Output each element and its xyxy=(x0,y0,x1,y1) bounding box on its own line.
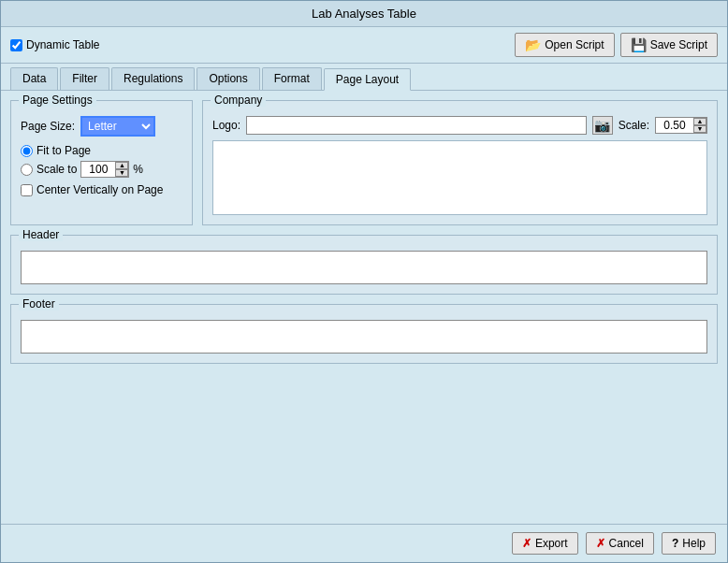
tab-options[interactable]: Options xyxy=(197,67,259,90)
scale-to-row: Scale to ▲ ▼ % xyxy=(21,161,182,178)
scale-to-up-button[interactable]: ▲ xyxy=(115,162,128,169)
title-bar: Lab Analyses Table xyxy=(1,1,727,27)
toolbar: Dynamic Table 📂 Open Script 💾 Save Scrip… xyxy=(1,27,727,64)
scale-label: Scale: xyxy=(619,119,649,132)
scale-to-input[interactable] xyxy=(81,162,115,177)
page-settings-label: Page Settings xyxy=(19,94,96,107)
tab-page-layout[interactable]: Page Layout xyxy=(324,68,411,91)
tab-regulations[interactable]: Regulations xyxy=(111,67,195,90)
save-script-icon: 💾 xyxy=(631,37,647,52)
logo-label: Logo: xyxy=(212,119,240,132)
scale-to-down-button[interactable]: ▼ xyxy=(115,169,128,177)
page-size-select[interactable]: Letter A4 Legal Tabloid xyxy=(80,116,155,137)
company-group-label: Company xyxy=(211,94,266,107)
tab-data[interactable]: Data xyxy=(10,67,58,90)
open-script-label: Open Script xyxy=(545,38,604,51)
page-settings-group: Page Settings Page Size: Letter A4 Legal… xyxy=(10,100,193,225)
help-label: Help xyxy=(682,537,706,550)
tab-bar: Data Filter Regulations Options Format P… xyxy=(1,64,727,91)
scale-spinbox: ▲ ▼ xyxy=(655,117,707,134)
bottom-bar: ✗ Export ✗ Cancel ? Help xyxy=(1,524,727,562)
footer-input[interactable] xyxy=(21,320,707,354)
scale-to-spinbox-buttons: ▲ ▼ xyxy=(115,162,128,177)
save-script-button[interactable]: 💾 Save Script xyxy=(620,33,718,57)
open-script-icon: 📂 xyxy=(525,37,541,52)
open-script-button[interactable]: 📂 Open Script xyxy=(515,33,614,57)
export-button[interactable]: ✗ Export xyxy=(512,532,578,555)
logo-input[interactable] xyxy=(246,116,587,135)
dynamic-table-checkbox-label[interactable]: Dynamic Table xyxy=(10,38,99,51)
scale-input[interactable] xyxy=(656,118,693,133)
company-logo-preview xyxy=(212,140,707,215)
cancel-icon: ✗ xyxy=(596,537,605,550)
page-size-row: Page Size: Letter A4 Legal Tabloid xyxy=(21,116,182,137)
scale-down-button[interactable]: ▼ xyxy=(693,125,706,133)
scale-radio-group: Fit to Page Scale to ▲ ▼ % xyxy=(21,144,182,178)
cancel-button[interactable]: ✗ Cancel xyxy=(586,532,654,555)
header-group-label: Header xyxy=(19,228,63,241)
tab-format[interactable]: Format xyxy=(262,67,322,90)
company-group: Company Logo: 📷 Scale: ▲ ▼ xyxy=(202,100,718,225)
logo-row: Logo: 📷 Scale: ▲ ▼ xyxy=(212,116,707,135)
fit-to-page-row: Fit to Page xyxy=(21,144,182,157)
tab-filter[interactable]: Filter xyxy=(60,67,109,90)
center-vertically-label: Center Vertically on Page xyxy=(36,183,163,196)
header-group-wrapper: Header xyxy=(10,235,718,295)
page-size-label: Page Size: xyxy=(21,120,75,133)
export-icon: ✗ xyxy=(522,537,531,550)
logo-browse-button[interactable]: 📷 xyxy=(592,116,613,135)
fit-to-page-radio[interactable] xyxy=(21,145,33,157)
scale-up-button[interactable]: ▲ xyxy=(693,118,706,125)
window-title: Lab Analyses Table xyxy=(312,7,416,21)
main-window: Lab Analyses Table Dynamic Table 📂 Open … xyxy=(0,0,728,563)
center-vertically-checkbox[interactable] xyxy=(21,184,33,196)
fit-to-page-label: Fit to Page xyxy=(36,144,91,157)
scale-spinbox-buttons: ▲ ▼ xyxy=(693,118,706,133)
center-vertically-row: Center Vertically on Page xyxy=(21,183,182,196)
main-content: Page Settings Page Size: Letter A4 Legal… xyxy=(1,91,727,524)
footer-group: Footer xyxy=(10,304,718,364)
toolbar-left: Dynamic Table xyxy=(10,38,515,51)
dynamic-table-label: Dynamic Table xyxy=(26,38,99,51)
scale-to-radio[interactable] xyxy=(21,164,33,176)
percent-label: % xyxy=(133,163,143,176)
scale-to-spinbox: ▲ ▼ xyxy=(80,161,129,178)
footer-group-wrapper: Footer xyxy=(10,304,718,364)
footer-group-label: Footer xyxy=(19,297,59,310)
scale-to-label: Scale to xyxy=(36,163,77,176)
help-icon: ? xyxy=(672,537,678,550)
header-group: Header xyxy=(10,235,718,295)
toolbar-buttons: 📂 Open Script 💾 Save Script xyxy=(515,33,718,57)
top-row: Page Settings Page Size: Letter A4 Legal… xyxy=(10,100,718,225)
export-label: Export xyxy=(535,537,568,550)
browse-icon: 📷 xyxy=(594,118,610,133)
save-script-label: Save Script xyxy=(650,38,707,51)
help-button[interactable]: ? Help xyxy=(662,532,716,555)
dynamic-table-checkbox[interactable] xyxy=(10,39,22,51)
cancel-label: Cancel xyxy=(609,537,644,550)
header-input[interactable] xyxy=(21,251,707,284)
